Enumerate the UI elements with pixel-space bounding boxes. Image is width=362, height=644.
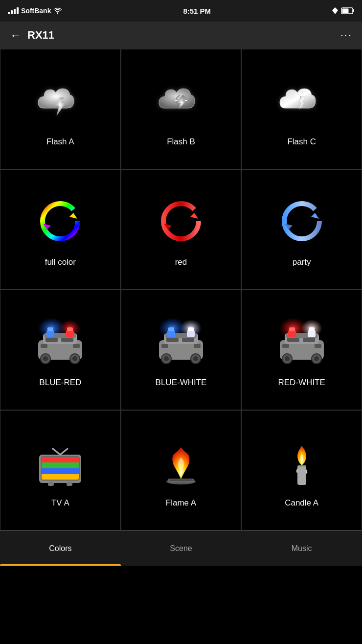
svg-rect-29 — [46, 330, 54, 337]
red-icon — [152, 192, 210, 251]
svg-rect-2 — [342, 9, 349, 13]
svg-rect-82 — [48, 482, 54, 486]
blue-red-icon — [31, 312, 90, 371]
time-display: 8:51 PM — [183, 7, 211, 15]
party-icon — [272, 192, 331, 251]
status-right — [332, 7, 354, 15]
svg-point-69 — [285, 356, 290, 361]
header: ← RX11 ··· — [0, 22, 362, 49]
svg-rect-88 — [297, 465, 306, 467]
svg-rect-65 — [308, 330, 316, 337]
grid-cell-flame-a[interactable]: Flame A — [121, 410, 242, 530]
tab-active-indicator — [0, 564, 121, 566]
svg-rect-72 — [315, 344, 321, 348]
svg-rect-1 — [353, 9, 355, 12]
candle-a-label: Candle A — [285, 498, 318, 508]
tab-music[interactable]: Music — [241, 531, 362, 566]
full-color-label: full color — [45, 257, 76, 267]
battery-icon — [341, 7, 354, 14]
svg-point-52 — [164, 356, 169, 361]
tab-colors[interactable]: Colors — [0, 531, 121, 566]
svg-rect-37 — [41, 344, 47, 348]
flash-b-icon — [152, 71, 210, 130]
svg-rect-31 — [66, 330, 74, 337]
grid-cell-party[interactable]: party — [241, 169, 362, 290]
blue-white-label: BLUE-WHITE — [156, 378, 207, 388]
page-title: RX11 — [27, 29, 54, 42]
flash-c-label: Flash C — [287, 137, 316, 147]
svg-rect-71 — [282, 344, 289, 348]
full-color-icon — [31, 192, 90, 251]
svg-point-53 — [193, 356, 198, 361]
svg-rect-87 — [297, 465, 306, 485]
back-button[interactable]: ← RX11 — [10, 28, 54, 42]
status-bar: SoftBank 8:51 PM — [0, 0, 362, 22]
back-arrow-icon: ← — [10, 28, 22, 42]
svg-rect-83 — [67, 482, 72, 486]
status-left: SoftBank — [8, 7, 62, 15]
svg-rect-32 — [67, 327, 73, 331]
tab-music-label: Music — [292, 544, 312, 553]
carrier-label: SoftBank — [21, 7, 51, 15]
svg-rect-64 — [289, 327, 295, 331]
svg-point-35 — [43, 356, 48, 361]
grid-cell-flash-b[interactable]: Flash B — [121, 49, 242, 169]
svg-point-16 — [163, 204, 199, 239]
grid-cell-flash-c[interactable]: Flash C — [241, 49, 362, 169]
svg-rect-30 — [47, 327, 53, 331]
blue-red-label: BLUE-RED — [39, 378, 81, 388]
tv-a-label: TV A — [51, 498, 69, 508]
grid-cell-full-color[interactable]: full color — [0, 169, 121, 290]
svg-point-19 — [284, 204, 319, 239]
grid-cell-red[interactable]: red — [121, 169, 242, 290]
svg-rect-46 — [167, 330, 175, 337]
svg-point-13 — [43, 204, 78, 239]
red-label: red — [175, 257, 187, 267]
svg-rect-77 — [41, 457, 79, 462]
candle-a-icon — [272, 433, 331, 491]
tab-colors-label: Colors — [49, 544, 71, 553]
tab-scene[interactable]: Scene — [121, 531, 242, 566]
tv-a-icon — [31, 433, 90, 491]
location-icon — [332, 7, 339, 15]
scene-grid: Flash A — [0, 49, 362, 530]
blue-white-icon — [152, 312, 210, 371]
grid-cell-candle-a[interactable]: Candle A — [241, 410, 362, 530]
svg-rect-63 — [288, 330, 296, 337]
svg-marker-20 — [311, 213, 319, 219]
flash-b-label: Flash B — [167, 137, 195, 147]
flame-a-label: Flame A — [166, 498, 196, 508]
svg-rect-47 — [168, 327, 174, 331]
svg-line-74 — [60, 449, 68, 455]
red-white-icon — [272, 312, 331, 371]
svg-line-73 — [53, 449, 60, 455]
svg-rect-48 — [187, 330, 195, 337]
red-white-label: RED-WHITE — [278, 378, 325, 388]
svg-rect-80 — [41, 474, 79, 480]
flash-a-label: Flash A — [46, 137, 74, 147]
more-options-button[interactable]: ··· — [340, 29, 352, 42]
grid-cell-tv-a[interactable]: TV A — [0, 410, 121, 530]
svg-point-70 — [314, 356, 319, 361]
wifi-icon — [53, 7, 62, 14]
tab-bar: Colors Scene Music — [0, 530, 362, 566]
grid-cell-blue-red[interactable]: BLUE-RED — [0, 290, 121, 410]
svg-rect-66 — [309, 327, 315, 331]
svg-point-36 — [72, 356, 77, 361]
grid-cell-blue-white[interactable]: BLUE-WHITE — [121, 290, 242, 410]
flame-a-icon — [152, 433, 210, 491]
svg-rect-78 — [41, 462, 79, 468]
svg-rect-79 — [41, 468, 79, 474]
party-label: party — [293, 257, 311, 267]
grid-cell-red-white[interactable]: RED-WHITE — [241, 290, 362, 410]
flash-c-icon — [272, 71, 331, 130]
svg-rect-55 — [194, 344, 201, 348]
flash-a-icon — [31, 71, 90, 130]
svg-rect-54 — [161, 344, 168, 348]
svg-marker-17 — [190, 213, 198, 219]
svg-rect-49 — [188, 327, 194, 331]
tab-scene-label: Scene — [170, 544, 192, 553]
svg-marker-14 — [69, 213, 77, 219]
grid-cell-flash-a[interactable]: Flash A — [0, 49, 121, 169]
signal-icon — [8, 7, 19, 14]
